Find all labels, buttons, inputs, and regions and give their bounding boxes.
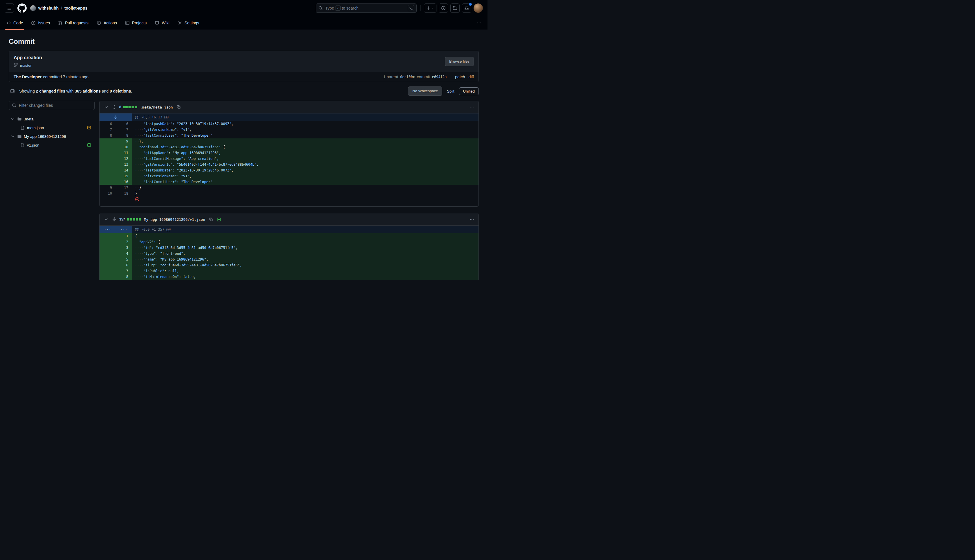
hamburger-icon (7, 6, 12, 10)
command-palette-icon[interactable] (408, 5, 414, 11)
tab-actions[interactable]: Actions (93, 16, 121, 30)
collapse-file-button[interactable] (102, 216, 110, 223)
old-line-number[interactable] (100, 150, 116, 156)
file-path-link[interactable]: .meta/meta.json (140, 105, 173, 109)
branch-indicator[interactable]: master (13, 63, 42, 68)
copy-path-button[interactable] (207, 216, 215, 223)
tab-issues[interactable]: Issues (27, 16, 54, 30)
github-logo[interactable] (17, 3, 27, 13)
code-line: ····"gitVersionId": "5b401403-f144-4c41-… (132, 162, 478, 167)
old-line-number[interactable] (100, 167, 116, 173)
old-line-number[interactable] (100, 257, 116, 262)
new-line-number[interactable]: 12 (116, 156, 132, 162)
expand-diff-icon[interactable] (112, 217, 117, 222)
old-line-number[interactable] (100, 156, 116, 162)
old-line-number[interactable]: 8 (100, 133, 116, 138)
expand-hunk-button[interactable] (100, 113, 132, 121)
breadcrumb-owner[interactable]: withshubh (38, 6, 58, 10)
old-line-number[interactable]: 10 (100, 191, 116, 197)
old-line-number[interactable] (100, 179, 116, 185)
new-line-number[interactable]: 11 (116, 150, 132, 156)
old-line-number[interactable] (100, 251, 116, 257)
file-options-button[interactable] (468, 103, 476, 111)
new-line-number[interactable]: 7 (116, 127, 132, 133)
owner-avatar[interactable] (30, 5, 36, 11)
new-line-number[interactable]: 2 (116, 239, 132, 245)
no-whitespace-button[interactable]: No Whitespace (408, 87, 442, 96)
file-options-button[interactable] (468, 216, 476, 223)
old-line-number[interactable] (100, 138, 116, 144)
old-line-number[interactable] (100, 245, 116, 251)
expand-diff-icon[interactable] (112, 105, 117, 109)
old-line-number[interactable]: 9 (100, 185, 116, 191)
new-line-number[interactable]: 1 (116, 233, 132, 239)
new-line-number[interactable]: 8 (116, 133, 132, 138)
filter-files-field[interactable] (9, 101, 95, 110)
file-tree-item-meta-json[interactable]: meta.json (9, 123, 95, 132)
breadcrumb-repo[interactable]: tooljet-apps (64, 6, 87, 10)
create-new-button[interactable] (424, 3, 437, 13)
tab-settings[interactable]: Settings (173, 16, 203, 30)
new-line-number[interactable]: 16 (116, 179, 132, 185)
collapse-file-button[interactable] (102, 103, 110, 111)
minus-circle-icon (135, 197, 140, 202)
new-line-number[interactable]: 14 (116, 167, 132, 173)
parent-sha-link[interactable]: 0ecf00c (400, 75, 415, 79)
old-line-number[interactable] (100, 280, 116, 280)
new-line-number[interactable]: 9 (116, 138, 132, 144)
project-icon (125, 21, 130, 25)
new-line-number[interactable]: 18 (116, 191, 132, 197)
old-line-number[interactable]: 7 (100, 127, 116, 133)
notifications-button[interactable] (462, 3, 471, 13)
issues-button[interactable] (439, 3, 448, 13)
hamburger-menu-button[interactable] (5, 3, 14, 13)
new-line-number[interactable]: 13 (116, 162, 132, 167)
file-tree-item-my-app-1698694121296[interactable]: My app 1698694121296 (9, 132, 95, 141)
code-line: ··}, (132, 138, 478, 144)
old-line-number[interactable] (100, 239, 116, 245)
copy-path-button[interactable] (175, 103, 183, 111)
tab-projects[interactable]: Projects (121, 16, 151, 30)
commit-author[interactable]: The Developer (13, 75, 42, 79)
file-path-link[interactable]: My app 1698694121296/v1.json (144, 217, 205, 222)
old-line-number[interactable] (100, 162, 116, 167)
unified-view-button[interactable]: Unified (459, 87, 479, 95)
new-line-number[interactable]: 6 (116, 262, 132, 268)
file-tree-toggle-button[interactable] (9, 87, 16, 95)
tab-label: Actions (103, 21, 117, 25)
file-tree-item-meta[interactable]: .meta (9, 115, 95, 123)
filter-files-input[interactable] (19, 103, 92, 108)
old-line-number[interactable] (100, 274, 116, 280)
new-line-number[interactable]: 6 (116, 121, 132, 127)
tab-code[interactable]: Code (2, 16, 27, 30)
browse-files-button[interactable]: Browse files (445, 57, 474, 66)
tab-pull-requests[interactable]: Pull requests (54, 16, 93, 30)
new-line-number[interactable]: 9 (116, 280, 132, 280)
new-line-number[interactable]: 7 (116, 268, 132, 274)
old-line-number[interactable] (100, 268, 116, 274)
code-line: ··"appV2": { (132, 239, 478, 245)
old-line-number[interactable] (100, 262, 116, 268)
old-line-number[interactable] (100, 233, 116, 239)
new-line-number[interactable]: 3 (116, 245, 132, 251)
new-line-number[interactable]: 8 (116, 274, 132, 280)
new-line-number[interactable]: 17 (116, 185, 132, 191)
file-tree-item-v1-json[interactable]: v1.json (9, 141, 95, 150)
new-line-number[interactable]: 5 (116, 257, 132, 262)
search-input[interactable]: Type / to search (316, 3, 417, 13)
old-line-number[interactable]: 6 (100, 121, 116, 127)
diff-link[interactable]: diff (468, 75, 474, 79)
new-line-number[interactable]: 15 (116, 173, 132, 179)
user-avatar[interactable] (473, 3, 483, 13)
file-name: meta.json (27, 126, 44, 130)
old-line-number[interactable] (100, 144, 116, 150)
diff-line: 14····"lastpushDate": "2023-10-30T19:28:… (100, 167, 478, 173)
patch-link[interactable]: patch (455, 75, 465, 79)
split-view-button[interactable]: Split (445, 88, 456, 95)
pull-requests-button[interactable] (450, 3, 460, 13)
new-line-number[interactable]: 10 (116, 144, 132, 150)
old-line-number[interactable] (100, 173, 116, 179)
nav-overflow-button[interactable] (475, 19, 483, 27)
tab-wiki[interactable]: Wiki (151, 16, 173, 30)
new-line-number[interactable]: 4 (116, 251, 132, 257)
